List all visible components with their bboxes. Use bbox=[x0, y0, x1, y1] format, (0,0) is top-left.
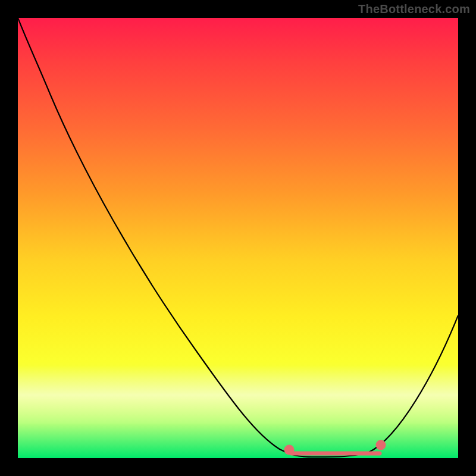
highlight-band bbox=[18, 365, 458, 425]
gradient-plot-area bbox=[18, 18, 458, 458]
watermark-text: TheBottleneck.com bbox=[358, 2, 470, 16]
chart-frame: TheBottleneck.com bbox=[0, 0, 476, 476]
